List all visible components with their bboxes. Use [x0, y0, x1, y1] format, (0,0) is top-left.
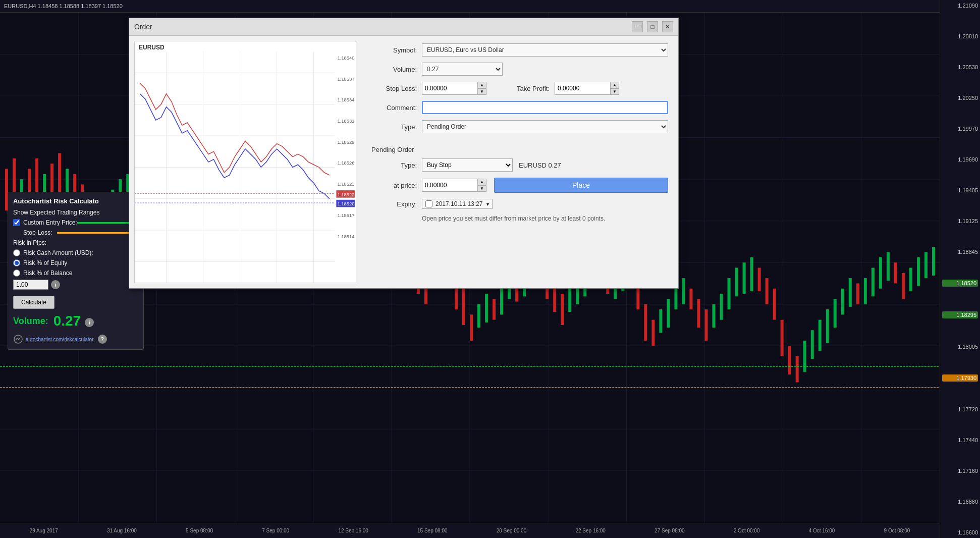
symbol-select[interactable]: EURUSD, Euro vs US Dollar	[422, 43, 668, 57]
price-level-4: 1.19970	[942, 126, 978, 132]
comment-label: Comment:	[371, 104, 417, 112]
risk-input[interactable]: 1.00	[13, 280, 48, 290]
price-level-orange: 1.17930	[942, 374, 978, 382]
expiry-checkbox[interactable]	[425, 200, 432, 207]
risk-equity-radio[interactable]	[13, 259, 20, 266]
svg-rect-113	[909, 268, 912, 291]
price-level-15: 1.16880	[942, 499, 978, 505]
svg-text:1.18514: 1.18514	[338, 234, 355, 239]
svg-rect-84	[689, 289, 692, 309]
pending-section: Pending Order Type: Buy Stop Buy Limit S…	[371, 139, 668, 222]
custom-entry-checkbox[interactable]	[13, 219, 20, 226]
svg-rect-79	[651, 320, 655, 346]
time-label-11: 9 Oct 08:00	[884, 528, 910, 533]
risk-cash-radio[interactable]	[13, 249, 20, 256]
svg-rect-68	[568, 289, 571, 312]
order-dialog: Order — □ ✕ EURUSD	[129, 18, 679, 289]
price-scale: 1.21090 1.20810 1.20530 1.20250 1.19970 …	[940, 0, 980, 538]
price-level-3: 1.20250	[942, 95, 978, 101]
volume-label-form: Volume:	[371, 66, 417, 73]
expiry-dropdown-icon[interactable]: ▾	[486, 201, 489, 207]
atprice-spinners: ▲ ▼	[477, 179, 486, 192]
price-level-10: 1.18005	[942, 344, 978, 350]
svg-rect-87	[713, 304, 716, 328]
dialog-controls: — □ ✕	[632, 21, 673, 32]
svg-rect-89	[728, 278, 731, 309]
dialog-title: Order	[134, 23, 152, 31]
svg-text:1.18526: 1.18526	[338, 160, 355, 166]
autochartist-link[interactable]: autochartist.com/riskcalculator	[26, 337, 94, 342]
pending-type-select[interactable]: Buy Stop Buy Limit Sell Stop Sell Limit	[422, 158, 513, 172]
takeprofit-down-btn[interactable]: ▼	[610, 88, 619, 95]
svg-text:1.18523: 1.18523	[338, 182, 355, 187]
volume-info-icon[interactable]: i	[85, 318, 94, 327]
svg-text:1.18534: 1.18534	[338, 98, 355, 103]
svg-rect-102	[826, 309, 829, 343]
takeprofit-input[interactable]	[555, 82, 610, 95]
stoploss-down-btn[interactable]: ▼	[477, 88, 486, 95]
svg-rect-114	[917, 257, 920, 286]
restore-button[interactable]: □	[647, 21, 658, 32]
atprice-up-btn[interactable]: ▲	[477, 179, 486, 185]
time-label-10: 4 Oct 16:00	[809, 528, 835, 533]
price-level-14: 1.17160	[942, 468, 978, 474]
svg-rect-151	[135, 41, 356, 283]
atprice-input[interactable]	[422, 179, 477, 192]
price-level-7: 1.19125	[942, 218, 978, 224]
volume-select[interactable]: 0.27	[422, 63, 503, 76]
help-icon[interactable]: ?	[98, 335, 107, 344]
place-button[interactable]: Place	[494, 178, 668, 193]
svg-rect-57	[485, 294, 488, 322]
price-level-2: 1.20530	[942, 64, 978, 70]
svg-text:1.18520: 1.18520	[338, 201, 355, 206]
svg-rect-92	[750, 257, 753, 291]
stoploss-row: Stop Loss: ▲ ▼ Take Profit: ▲ ▼	[371, 82, 668, 95]
show-ranges-label: Show Expected Trading Ranges	[13, 209, 99, 216]
top-bar: EURUSD,H4 1.18458 1.18588 1.18397 1.1852…	[0, 0, 940, 13]
svg-text:1.18537: 1.18537	[338, 77, 355, 82]
close-button[interactable]: ✕	[662, 21, 673, 32]
time-label-5: 15 Sep 08:00	[417, 528, 448, 533]
time-label-8: 27 Sep 08:00	[655, 528, 685, 533]
type-select[interactable]: Pending Order Market Execution	[422, 120, 668, 133]
time-label-9: 2 Oct 00:00	[734, 528, 760, 533]
svg-rect-109	[879, 257, 882, 289]
svg-rect-107	[864, 278, 867, 304]
stoploss-input[interactable]	[422, 82, 477, 95]
svg-rect-96	[781, 320, 784, 356]
atprice-down-btn[interactable]: ▼	[477, 185, 486, 192]
time-label-2: 5 Sep 08:00	[186, 528, 213, 533]
dialog-chart-svg: 1.18540 1.18537 1.18534 1.18531 1.18529 …	[135, 41, 356, 283]
risk-balance-radio[interactable]	[13, 270, 20, 277]
svg-rect-81	[667, 299, 670, 328]
svg-rect-106	[856, 283, 859, 304]
time-label-0: 29 Aug 2017	[30, 528, 58, 533]
type-row: Type: Pending Order Market Execution	[371, 120, 668, 133]
autochartist-panel: Autochartist Risk Calculato Show Expecte…	[8, 192, 144, 350]
svg-rect-78	[644, 304, 647, 341]
price-level-0: 1.21090	[942, 3, 978, 9]
calculate-button[interactable]: Calculate	[13, 296, 55, 309]
svg-text:1.18540: 1.18540	[338, 56, 355, 61]
svg-rect-112	[902, 273, 905, 299]
comment-input[interactable]	[422, 101, 668, 114]
takeprofit-label: Take Profit:	[499, 85, 550, 92]
svg-rect-80	[659, 309, 662, 333]
stoploss-up-btn[interactable]: ▲	[477, 82, 486, 88]
pending-type-row: Type: Buy Stop Buy Limit Sell Stop Sell …	[371, 158, 668, 172]
svg-rect-105	[849, 278, 852, 307]
stoploss-input-group: ▲ ▼	[422, 82, 486, 95]
svg-rect-104	[841, 289, 844, 315]
svg-rect-95	[773, 289, 776, 320]
takeprofit-up-btn[interactable]: ▲	[610, 82, 619, 88]
type-label: Type:	[371, 123, 417, 131]
time-label-4: 12 Sep 16:00	[338, 528, 368, 533]
expiry-control: 2017.10.11 13:27 ▾	[422, 199, 493, 209]
time-label-3: 7 Sep 00:00	[262, 528, 289, 533]
takeprofit-spinners: ▲ ▼	[610, 82, 619, 95]
minimize-button[interactable]: —	[632, 21, 643, 32]
info-icon[interactable]: i	[51, 280, 60, 289]
svg-rect-98	[796, 356, 799, 383]
svg-rect-88	[720, 294, 723, 320]
svg-rect-90	[735, 268, 738, 297]
